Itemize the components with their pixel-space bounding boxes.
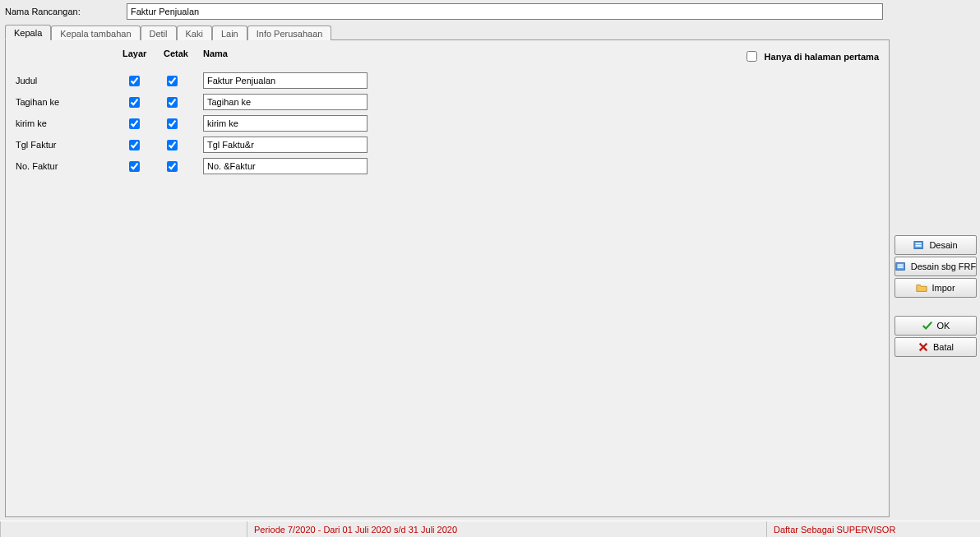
row-tagihan-ke-label: Tagihan ke — [16, 97, 122, 107]
header-nama: Nama — [203, 49, 228, 58]
only-first-page-label: Hanya di halaman pertama — [765, 52, 879, 62]
status-login: Daftar Sebagai SUPERVISOR — [766, 521, 980, 537]
tab-kepala-tambahan[interactable]: Kepala tambahan — [51, 25, 140, 40]
design-frf-icon — [895, 261, 907, 272]
svg-rect-2 — [916, 245, 922, 247]
row-tgl-faktur-label: Tgl Faktur — [16, 140, 122, 150]
row-tgl-faktur-layar-checkbox[interactable] — [129, 140, 140, 150]
svg-rect-4 — [897, 264, 903, 266]
tab-info-perusahaan[interactable]: Info Perusahaan — [247, 25, 332, 40]
row-no-faktur-layar-checkbox[interactable] — [129, 161, 140, 172]
design-icon — [913, 239, 925, 251]
row-no-faktur-input[interactable] — [203, 158, 368, 174]
row-judul-cetak-checkbox[interactable] — [167, 76, 178, 86]
tab-body-kepala: Layar Cetak Nama Hanya di halaman pertam… — [5, 39, 890, 517]
row-judul: Judul — [16, 70, 879, 91]
nama-rancangan-input[interactable] — [127, 3, 883, 20]
row-no-faktur: No. Faktur — [16, 155, 879, 177]
desain-sbg-frf-button-label: Desain sbg FRF — [911, 262, 976, 271]
tab-kaki[interactable]: Kaki — [177, 25, 212, 40]
tab-detil[interactable]: Detil — [141, 25, 177, 40]
desain-sbg-frf-button[interactable]: Desain sbg FRF — [894, 257, 977, 276]
status-bar: Periode 7/2020 - Dari 01 Juli 2020 s/d 3… — [0, 521, 980, 537]
header-layar: Layar — [122, 49, 164, 58]
desain-button[interactable]: Desain — [894, 235, 977, 255]
impor-button[interactable]: Impor — [894, 278, 977, 298]
tab-kepala[interactable]: Kepala — [5, 25, 51, 40]
tab-lain[interactable]: Lain — [212, 25, 247, 40]
only-first-page-checkbox[interactable] — [747, 51, 757, 62]
header-cetak: Cetak — [164, 49, 203, 58]
row-kirim-ke-layar-checkbox[interactable] — [129, 118, 140, 129]
svg-rect-5 — [897, 266, 903, 268]
row-tgl-faktur-input[interactable] — [203, 137, 368, 153]
row-kirim-ke: kirim ke — [16, 113, 879, 134]
batal-button[interactable]: Batal — [894, 337, 977, 357]
row-judul-label: Judul — [16, 76, 122, 86]
row-tgl-faktur-cetak-checkbox[interactable] — [167, 140, 178, 150]
row-no-faktur-label: No. Faktur — [16, 161, 122, 171]
impor-button-label: Impor — [931, 283, 955, 293]
row-tagihan-ke: Tagihan ke — [16, 91, 879, 113]
row-tagihan-ke-layar-checkbox[interactable] — [129, 97, 140, 108]
ok-button[interactable]: OK — [894, 316, 977, 336]
ok-button-label: OK — [937, 321, 950, 331]
row-tagihan-ke-cetak-checkbox[interactable] — [167, 97, 178, 108]
batal-button-label: Batal — [933, 342, 954, 352]
nama-rancangan-label: Nama Rancangan: — [5, 7, 120, 16]
row-judul-input[interactable] — [203, 72, 368, 89]
row-kirim-ke-input[interactable] — [203, 115, 368, 132]
row-judul-layar-checkbox[interactable] — [129, 76, 140, 86]
row-no-faktur-cetak-checkbox[interactable] — [167, 161, 178, 172]
svg-rect-1 — [916, 243, 922, 244]
desain-button-label: Desain — [929, 240, 957, 250]
row-kirim-ke-cetak-checkbox[interactable] — [167, 118, 178, 129]
folder-open-icon — [916, 282, 927, 294]
row-tagihan-ke-input[interactable] — [203, 94, 368, 110]
status-periode: Periode 7/2020 - Dari 01 Juli 2020 s/d 3… — [247, 521, 766, 537]
row-tgl-faktur: Tgl Faktur — [16, 134, 879, 155]
check-icon — [922, 320, 933, 331]
cross-icon — [918, 341, 929, 353]
row-kirim-ke-label: kirim ke — [16, 118, 122, 128]
